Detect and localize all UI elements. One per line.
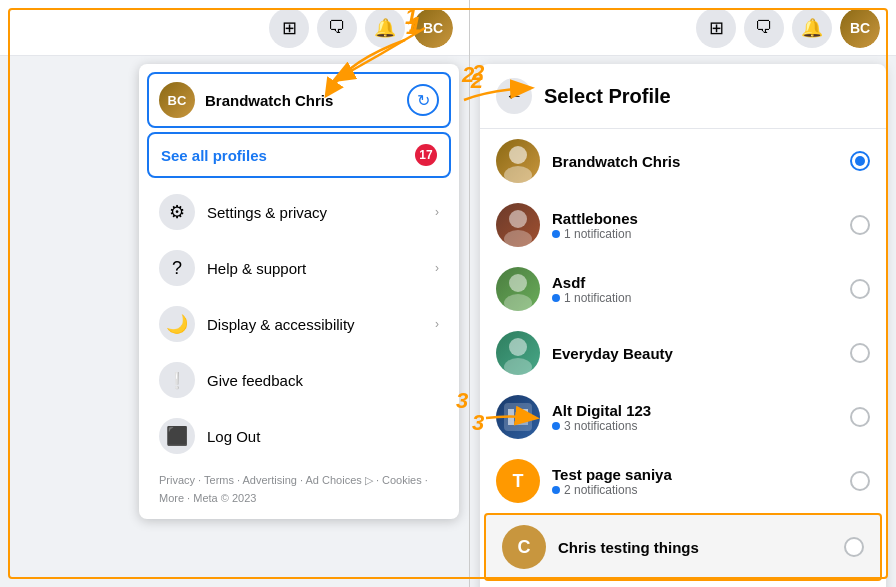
list-item[interactable]: T Test page saniya 2 notifications <box>480 449 886 513</box>
select-profile-title: Select Profile <box>544 85 671 108</box>
list-item[interactable]: Rattlebones 1 notification <box>480 193 886 257</box>
svg-point-6 <box>509 338 527 356</box>
help-label: Help & support <box>207 260 423 277</box>
chris-testing-name: Chris testing things <box>558 539 832 556</box>
select-profile-panel: ← Select Profile Brandwatch Chris <box>480 64 886 587</box>
profile-row-name: Brandwatch Chris <box>205 92 397 109</box>
menu-item-help[interactable]: ? Help & support › <box>147 240 451 296</box>
profile-info: Alt Digital 123 3 notifications <box>552 402 838 433</box>
settings-icon: ⚙ <box>159 194 195 230</box>
menu-item-display[interactable]: 🌙 Display & accessibility › <box>147 296 451 352</box>
menu-item-settings[interactable]: ⚙ Settings & privacy › <box>147 184 451 240</box>
logout-label: Log Out <box>207 428 439 445</box>
settings-label: Settings & privacy <box>207 204 423 221</box>
display-icon: 🌙 <box>159 306 195 342</box>
annotation-number-3: 3 <box>456 388 468 414</box>
svg-rect-11 <box>516 417 528 425</box>
svg-point-0 <box>509 146 527 164</box>
footer-links: Privacy · Terms · Advertising · Ad Choic… <box>147 464 451 511</box>
chevron-right-icon-3: › <box>435 317 439 331</box>
messenger-icon-btn[interactable]: 🗨 <box>317 8 357 48</box>
feedback-label: Give feedback <box>207 372 439 389</box>
dropdown-menu: BC Brandwatch Chris ↻ See all profiles 1… <box>139 64 459 519</box>
annotation-number-2b: 2 <box>462 62 474 88</box>
svg-point-5 <box>504 294 532 311</box>
profile-avatar <box>496 139 540 183</box>
chevron-right-icon-2: › <box>435 261 439 275</box>
profile-row-avatar: BC <box>159 82 195 118</box>
top-bar-left: ⊞ 🗨 🔔 BC <box>0 0 469 56</box>
svg-rect-10 <box>516 409 528 415</box>
list-item[interactable]: Everyday Beauty <box>480 321 886 385</box>
profile-info: Asdf 1 notification <box>552 274 838 305</box>
profile-avatar-btn-r[interactable]: BC <box>840 8 880 48</box>
annotation-number-1: 1 <box>409 12 421 38</box>
radio-empty-highlighted[interactable] <box>844 537 864 557</box>
svg-rect-9 <box>508 409 514 425</box>
radio-selected[interactable] <box>850 151 870 171</box>
list-item[interactable]: Brandwatch Chris <box>480 129 886 193</box>
grid-icon-btn[interactable]: ⊞ <box>269 8 309 48</box>
refresh-icon[interactable]: ↻ <box>407 84 439 116</box>
svg-point-3 <box>504 230 532 247</box>
notifications-icon-btn[interactable]: 🔔 <box>365 8 405 48</box>
help-icon: ? <box>159 250 195 286</box>
radio-empty[interactable] <box>850 279 870 299</box>
profile-avatar: C <box>502 525 546 569</box>
list-item[interactable]: Asdf 1 notification <box>480 257 886 321</box>
profile-info: Test page saniya 2 notifications <box>552 466 838 497</box>
menu-item-feedback[interactable]: ❕ Give feedback <box>147 352 451 408</box>
radio-empty[interactable] <box>850 215 870 235</box>
profile-avatar <box>496 267 540 311</box>
avatar-circle-r: BC <box>840 8 880 48</box>
main-layout: ⊞ 🗨 🔔 BC 1 BC Brandwatch Chris ↻ See all… <box>0 0 896 587</box>
left-panel: ⊞ 🗨 🔔 BC 1 BC Brandwatch Chris ↻ See all… <box>0 0 470 587</box>
radio-empty[interactable] <box>850 471 870 491</box>
profile-avatar <box>496 203 540 247</box>
notifications-icon-btn-r[interactable]: 🔔 <box>792 8 832 48</box>
top-bar-right: ⊞ 🗨 🔔 BC <box>470 0 896 56</box>
list-item-chris-testing[interactable]: C Chris testing things <box>484 513 882 581</box>
see-all-label: See all profiles <box>161 147 267 164</box>
list-item[interactable]: Chris' Connection Carousel <box>480 581 886 587</box>
svg-point-4 <box>509 274 527 292</box>
chevron-right-icon: › <box>435 205 439 219</box>
messenger-icon-btn-r[interactable]: 🗨 <box>744 8 784 48</box>
see-all-profiles-btn[interactable]: See all profiles 17 <box>147 132 451 178</box>
feedback-icon: ❕ <box>159 362 195 398</box>
svg-point-7 <box>504 358 532 375</box>
back-button[interactable]: ← <box>496 78 532 114</box>
profiles-badge: 17 <box>415 144 437 166</box>
profile-info: Everyday Beauty <box>552 345 838 362</box>
profile-avatar <box>496 331 540 375</box>
list-item[interactable]: Alt Digital 123 3 notifications <box>480 385 886 449</box>
profile-info: Chris testing things <box>558 539 832 556</box>
profile-avatar <box>496 395 540 439</box>
display-label: Display & accessibility <box>207 316 423 333</box>
profile-info: Rattlebones 1 notification <box>552 210 838 241</box>
right-panel: ⊞ 🗨 🔔 BC 2 ← Select Profile Brandwatc <box>470 0 896 587</box>
svg-point-2 <box>509 210 527 228</box>
menu-item-logout[interactable]: ⬛ Log Out <box>147 408 451 464</box>
radio-empty[interactable] <box>850 407 870 427</box>
radio-empty[interactable] <box>850 343 870 363</box>
profile-row[interactable]: BC Brandwatch Chris ↻ <box>147 72 451 128</box>
select-profile-header: ← Select Profile <box>480 64 886 129</box>
grid-icon-btn-r[interactable]: ⊞ <box>696 8 736 48</box>
profile-avatar: T <box>496 459 540 503</box>
profile-info: Brandwatch Chris <box>552 153 838 170</box>
logout-icon: ⬛ <box>159 418 195 454</box>
svg-point-1 <box>504 166 532 183</box>
